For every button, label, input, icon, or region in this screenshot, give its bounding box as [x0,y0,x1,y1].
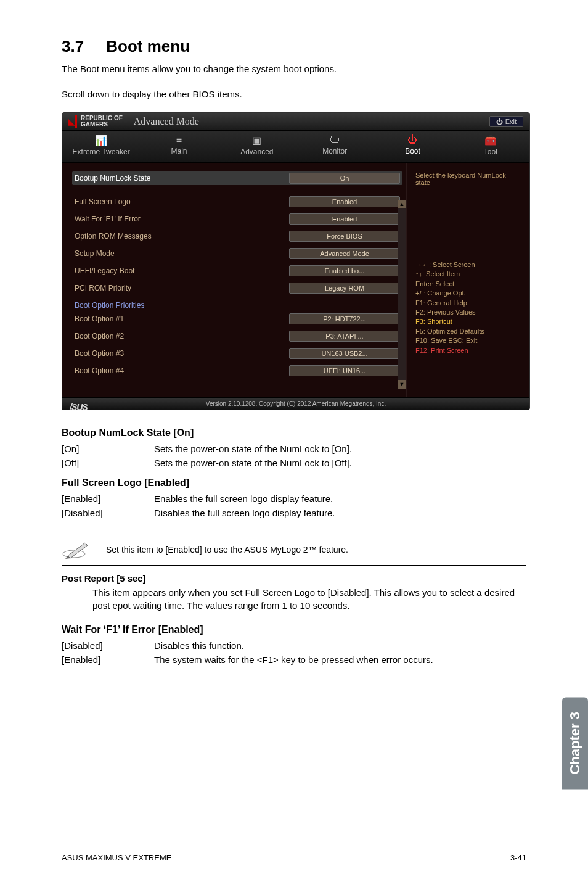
gauge-icon: 📊 [62,134,140,146]
option-pci-value[interactable]: Legacy ROM [289,283,400,294]
exit-label: Exit [505,118,517,125]
chip-icon: ▣ [218,134,296,146]
page-footer: ASUS MAXIMUS V EXTREME 3-41 [62,849,526,862]
tab-advanced[interactable]: ▣Advanced [218,131,296,162]
bios-options-pane: Bootup NumLock State On Full Screen Logo… [62,163,406,397]
option-fslogo-value[interactable]: Enabled [289,196,400,207]
option-uefi-value[interactable]: Enabled bo... [289,265,400,276]
pencil-icon [62,540,91,559]
option-rom-value[interactable]: Force BIOS [289,231,400,242]
option-full-screen-logo[interactable]: Full Screen Logo Enabled [75,196,400,207]
power-icon: ⏻ [374,134,451,146]
list-icon: ≡ [140,134,218,146]
option-setup-value[interactable]: Advanced Mode [289,248,400,259]
bios-tabs: 📊Extreme Tweaker ≡Main ▣Advanced 🖵Monito… [62,131,529,163]
option-pci-rom[interactable]: PCI ROM Priority Legacy ROM [75,283,400,294]
exit-button[interactable]: ⏻ Exit [489,116,523,127]
option-setup-mode[interactable]: Setup Mode Advanced Mode [75,248,400,259]
boot-option-3-value[interactable]: UN163 USB2... [289,348,400,359]
rog-icon: ◣ [68,117,75,126]
bios-footer: /SUS Version 2.10.1208. Copyright (C) 20… [62,397,529,410]
boot-option-4-value[interactable]: UEFI: UN16... [289,365,400,376]
scroll-up-icon[interactable]: ▲ [398,200,406,208]
chapter-tab: Chapter 3 [562,697,588,789]
section-number: 3.7 [62,37,84,56]
waitf1-heading: Wait For ‘F1’ If Error [Enabled] [62,624,526,635]
scrollbar[interactable]: ▲ ▼ [398,200,406,389]
intro-line-2: Scroll down to display the other BIOS it… [62,88,526,102]
numlock-options: [On]Sets the power-on state of the NumLo… [62,442,526,470]
exit-icon: ⏻ [496,118,503,125]
fslogo-options: [Enabled]Enables the full screen logo di… [62,492,526,520]
tab-monitor[interactable]: 🖵Monitor [296,131,374,162]
bios-brand: REPUBLIC OF GAMERS [75,115,123,128]
footer-page-number: 3-41 [510,853,526,862]
tool-icon: 🧰 [452,134,529,146]
bios-help-text: Select the keyboard NumLock state [415,171,521,186]
waitf1-options: [Disabled]Disables this function. [Enabl… [62,639,526,667]
note-callout: Set this item to [Enabled] to use the AS… [62,534,526,566]
option-waitf1-value[interactable]: Enabled [289,213,400,225]
post-report-body: This item appears only when you set Full… [62,586,526,612]
tab-extreme-tweaker[interactable]: 📊Extreme Tweaker [62,131,140,162]
asus-logo: /SUS [62,400,95,414]
bios-mode-label: Advanced Mode [134,116,199,127]
tab-boot[interactable]: ⏻Boot [374,131,451,162]
bios-screenshot: ◣ REPUBLIC OF GAMERS Advanced Mode ⏻ Exi… [62,112,530,410]
bios-version-text: Version 2.10.1208. Copyright (C) 2012 Am… [206,400,386,407]
option-numlock-value[interactable]: On [289,173,400,184]
bios-help-pane: Select the keyboard NumLock state →←: Se… [406,163,529,397]
tab-main[interactable]: ≡Main [140,131,218,162]
boot-option-3[interactable]: Boot Option #3 UN163 USB2... [75,348,400,359]
note-text: Set this item to [Enabled] to use the AS… [106,545,348,555]
section-title: Boot menu [106,37,190,56]
bios-key-help: →←: Select Screen ↑↓: Select Item Enter:… [415,260,521,355]
bios-titlebar: ◣ REPUBLIC OF GAMERS Advanced Mode ⏻ Exi… [62,113,529,131]
boot-priorities-heading: Boot Option Priorities [75,301,400,310]
numlock-heading: Bootup NumLock State [On] [62,427,526,439]
section-heading: 3.7 Boot menu [62,37,526,56]
intro-line-1: The Boot menu items allow you to change … [62,62,526,76]
footer-product: ASUS MAXIMUS V EXTREME [62,853,171,862]
option-rom-messages[interactable]: Option ROM Messages Force BIOS [75,231,400,242]
monitor-icon: 🖵 [296,134,374,146]
tab-tool[interactable]: 🧰Tool [452,131,529,162]
boot-option-2-value[interactable]: P3: ATAPI ... [289,331,400,342]
option-wait-f1[interactable]: Wait For 'F1' If Error Enabled [75,213,400,225]
option-numlock[interactable]: Bootup NumLock State On [72,171,402,185]
boot-option-4[interactable]: Boot Option #4 UEFI: UN16... [75,365,400,376]
scroll-down-icon[interactable]: ▼ [398,380,406,389]
post-report-heading: Post Report [5 sec] [62,573,526,584]
option-uefi-legacy[interactable]: UEFI/Legacy Boot Enabled bo... [75,265,400,276]
fslogo-heading: Full Screen Logo [Enabled] [62,477,526,489]
boot-option-1[interactable]: Boot Option #1 P2: HDT722... [75,313,400,324]
boot-option-2[interactable]: Boot Option #2 P3: ATAPI ... [75,331,400,342]
boot-option-1-value[interactable]: P2: HDT722... [289,313,400,324]
